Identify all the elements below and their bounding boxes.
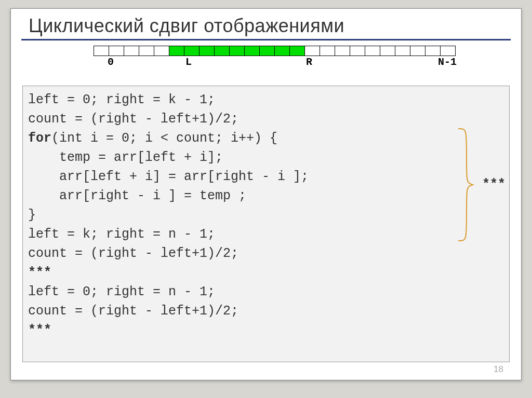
array-cell xyxy=(124,46,139,56)
label-zero: 0 xyxy=(108,56,114,68)
array-cell xyxy=(440,46,456,56)
page-number: 18 xyxy=(494,364,503,375)
array-cell xyxy=(380,46,395,56)
array-cell xyxy=(199,46,215,56)
array-cell xyxy=(410,46,425,56)
array-cell xyxy=(139,46,154,56)
array-cell xyxy=(94,46,109,56)
array-cell xyxy=(229,46,245,56)
array-cell xyxy=(154,46,169,56)
array-cell xyxy=(320,46,335,56)
slide-title: Циклический сдвиг отображениями xyxy=(11,9,521,39)
slide: Циклический сдвиг отображениями 0 L R N-… xyxy=(10,8,522,380)
array-diagram xyxy=(94,46,521,56)
title-rule xyxy=(21,39,511,40)
array-cell xyxy=(304,46,320,56)
array-cell xyxy=(259,46,275,56)
code-text: left = 0; right = k - 1; count = (right … xyxy=(28,90,504,340)
array-labels: 0 L R N-1 xyxy=(94,56,521,70)
label-R: R xyxy=(306,56,312,68)
array-cell xyxy=(169,46,184,56)
array-cell xyxy=(395,46,410,56)
label-N-1: N-1 xyxy=(438,56,457,68)
brace-icon xyxy=(456,127,475,243)
array-cell xyxy=(289,46,305,56)
array-cell xyxy=(109,46,124,56)
array-cell xyxy=(425,46,441,56)
array-cell xyxy=(274,46,290,56)
array-cell xyxy=(214,46,230,56)
array-cell xyxy=(244,46,260,56)
array-cell xyxy=(365,46,380,56)
label-L: L xyxy=(185,56,192,68)
array-cell xyxy=(350,46,365,56)
code-block: left = 0; right = k - 1; count = (right … xyxy=(22,86,510,362)
array-cell xyxy=(335,46,350,56)
array-cell xyxy=(184,46,200,56)
side-stars: *** xyxy=(482,177,506,192)
